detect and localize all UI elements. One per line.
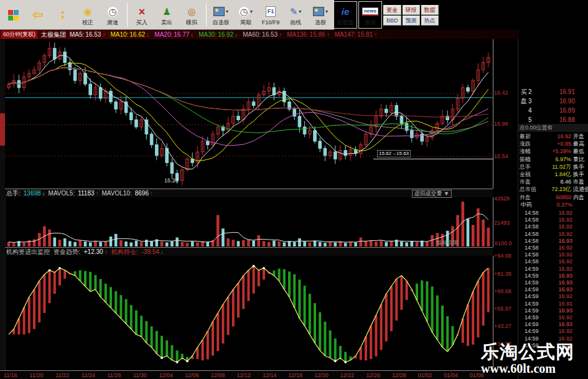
tick-time: 14:59 bbox=[525, 328, 539, 335]
tick-price: 16.93 bbox=[558, 321, 572, 328]
toolbar-pair-button[interactable]: 资金 bbox=[383, 5, 401, 15]
toolbar-pair-button[interactable]: BBD bbox=[383, 16, 401, 26]
stock-name[interactable]: 太极集团 bbox=[41, 30, 66, 39]
tick-time: 14:59 bbox=[525, 286, 539, 293]
draw-line-button[interactable]: ✎▾画线 bbox=[284, 1, 307, 29]
sell-button[interactable]: ♟卖出 bbox=[155, 1, 179, 29]
field-label: 振幅 bbox=[520, 156, 531, 163]
quote-panel: 在0.00位置有 中药 0.37% 买216.91盘316.90416.8951… bbox=[518, 39, 588, 379]
field-label: 涨幅 bbox=[520, 147, 531, 155]
tick-price: 16.92 bbox=[558, 258, 572, 265]
period-badge[interactable]: 60分钟(复权) bbox=[1, 30, 37, 39]
field-right-label: 最低 bbox=[573, 147, 588, 155]
volume-chart[interactable]: 指标说明 bbox=[5, 197, 493, 247]
toolbar-pair-button[interactable]: 预测 bbox=[403, 16, 420, 26]
ma-value: 16.62 bbox=[129, 31, 145, 38]
forum-icon: ie bbox=[342, 4, 350, 19]
tick-price: 16.93 bbox=[558, 286, 572, 293]
position-value: -39.54 bbox=[141, 248, 159, 255]
field-value: +0.85 bbox=[557, 140, 571, 147]
date-label: 11/28 bbox=[107, 372, 121, 378]
tick-row: 14:5916.92 bbox=[518, 314, 588, 321]
tick-time: 14:59 bbox=[525, 273, 539, 279]
back-button[interactable]: ⇦ bbox=[26, 1, 50, 29]
tick-time: 14:58 bbox=[525, 217, 539, 223]
tick-time: 14:59 bbox=[525, 307, 539, 314]
speed-test-label: 测速 bbox=[107, 19, 118, 26]
sector-row[interactable]: 中药 0.37% bbox=[518, 201, 588, 208]
simulate-icon: ◎ bbox=[187, 4, 195, 19]
tick-row: 14:5916.93 bbox=[518, 286, 588, 293]
date-label: 12/04 bbox=[159, 372, 174, 378]
ma-arrow: ↓ bbox=[146, 31, 149, 38]
refresh-updown-button[interactable]: ▲▼ bbox=[51, 1, 75, 29]
volume-axis-label: X100.0 bbox=[494, 240, 512, 246]
date-label: 12/22 bbox=[340, 372, 355, 378]
bid-side-char: 买 bbox=[521, 87, 527, 96]
app-logo-button[interactable] bbox=[1, 1, 25, 29]
period-button[interactable]: ◷▾周期 bbox=[234, 1, 258, 29]
bid-row-2[interactable]: 买216.91 bbox=[518, 87, 588, 96]
tick-row: 14:5816.92 bbox=[518, 217, 588, 223]
ma-value: 15.81 bbox=[357, 31, 373, 38]
toolbar-pair-button[interactable]: 研报 bbox=[403, 5, 420, 15]
forum-button[interactable]: ie论股堂 bbox=[334, 1, 357, 29]
app-logo-icon bbox=[8, 7, 19, 22]
field-right-label: 换手 bbox=[573, 163, 588, 171]
toolbar-pair-button[interactable]: 数据 bbox=[421, 5, 439, 15]
indicator-axis-label: +94.08 bbox=[494, 253, 511, 259]
left-red-tab[interactable] bbox=[0, 113, 5, 146]
volume-type-label: 虚拟成交量 bbox=[414, 190, 442, 197]
trend-label: 资金趋势: bbox=[54, 248, 80, 256]
ma-label: MA136: bbox=[287, 31, 308, 38]
mavol5-value: 11183 bbox=[78, 190, 94, 197]
watchlist-button[interactable]: ▾自选股 bbox=[209, 1, 233, 29]
simulate-button[interactable]: ◎模拟 bbox=[180, 1, 203, 29]
tick-time: 14:58 bbox=[525, 251, 539, 258]
date-label: 01/04 bbox=[444, 372, 458, 378]
stock-pick-button[interactable]: ▾选股 bbox=[309, 1, 332, 29]
tick-time: 14:59 bbox=[525, 335, 539, 342]
correct-button[interactable]: ◉校正 bbox=[76, 1, 100, 29]
toolbar-pair-button[interactable]: 热点 bbox=[421, 16, 439, 26]
field-row-4: 总手11.02万换手 bbox=[518, 163, 588, 171]
indicator-help-link[interactable]: 指标说明 bbox=[436, 239, 459, 247]
speed-test-button[interactable]: ◷测速 bbox=[101, 1, 124, 29]
sector-name: 中药 bbox=[521, 201, 532, 208]
status-line: 在0.00位置有 bbox=[518, 124, 588, 132]
tick-price: 16.93 bbox=[558, 307, 572, 314]
news-icon: news bbox=[362, 4, 378, 19]
toolbar-separator bbox=[206, 3, 207, 27]
kline-plot bbox=[5, 39, 493, 189]
kline-chart[interactable]: 15.20 15.62→15.63 bbox=[5, 39, 493, 189]
chevron-down-icon: ▼ bbox=[444, 190, 449, 197]
field-label: 外盘 bbox=[520, 194, 531, 201]
f10-f9-button[interactable]: F1F10/F9 bbox=[259, 1, 282, 29]
back-icon: ⇦ bbox=[32, 7, 44, 22]
simulate-label: 模拟 bbox=[186, 19, 197, 26]
watermark-site-name: 乐淘公式网 bbox=[481, 342, 588, 362]
field-value: 11.02万 bbox=[552, 163, 571, 171]
tick-price: 16.92 bbox=[558, 251, 572, 258]
bid-row-3[interactable]: 盘316.90 bbox=[518, 96, 588, 106]
tick-price: 16.92 bbox=[558, 231, 572, 238]
ma-arrow: ↑ bbox=[279, 31, 282, 38]
tick-time: 14:58 bbox=[525, 231, 539, 238]
position-arrow: ↓ bbox=[161, 248, 164, 255]
bid-row-4[interactable]: 416.89 bbox=[518, 106, 588, 115]
indicator-chart[interactable] bbox=[5, 256, 493, 370]
tick-price: 16.92 bbox=[558, 328, 572, 335]
mavol10-label: MAVOL10: bbox=[102, 190, 132, 197]
buy-button[interactable]: ×买入 bbox=[130, 1, 154, 29]
date-label: 11/30 bbox=[133, 372, 147, 378]
bid-row-5[interactable]: 516.88 bbox=[518, 115, 588, 124]
tick-row: 14:5916.92 bbox=[518, 335, 588, 342]
trend-arrow: ↑ bbox=[105, 248, 108, 255]
news-button[interactable]: news资讯 bbox=[358, 1, 382, 29]
zongshou-label: 总手: bbox=[6, 189, 21, 198]
indicator-axis-label: +55.97 bbox=[494, 306, 511, 312]
field-row-7: 总市值72.23亿流通值 bbox=[518, 185, 588, 193]
date-label: 12/26 bbox=[366, 372, 380, 378]
date-label: 11/16 bbox=[4, 372, 17, 378]
tick-time: 14:58 bbox=[525, 245, 539, 251]
